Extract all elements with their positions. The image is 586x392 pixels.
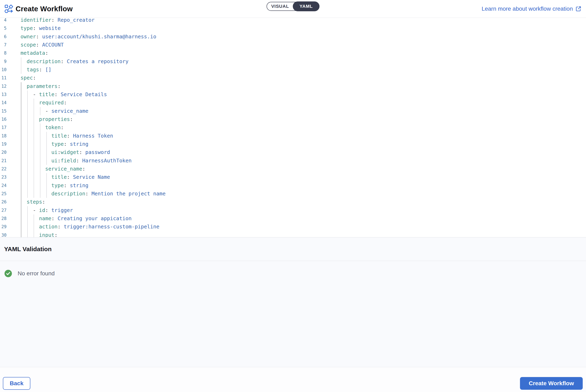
code-line[interactable]: 21 ui:field: HarnessAuthToken [0,157,586,165]
code-line[interactable]: 16 properties: [0,115,586,124]
workflow-icon [4,4,14,14]
code-text: title: Harness Token [0,132,113,140]
code-text: type: website [0,24,61,32]
code-text: required: [0,98,67,107]
external-link-icon [575,6,582,12]
create-workflow-button[interactable]: Create Workflow [520,377,583,390]
code-text: description: Creates a repository [0,58,128,66]
code-text: action: trigger:harness-custom-pipeline [0,223,159,231]
validation-titlebar: YAML Validation [0,238,586,261]
code-text: service_name: [0,165,85,173]
code-line[interactable]: 4identifier: Repo_creator [0,18,586,24]
code-text: identifier: Repo_creator [0,18,94,24]
code-text: token: [0,124,64,132]
code-line[interactable]: 22 service_name: [0,165,586,173]
code-line[interactable]: 17 token: [0,124,586,132]
visual-yaml-toggle: VISUAL YAML [266,2,320,11]
code-text: parameters: [0,82,61,90]
success-check-icon [4,270,12,277]
code-line[interactable]: 7scope: ACCOUNT [0,41,586,49]
code-text: ui:widget: password [0,148,110,156]
code-line[interactable]: 5type: website [0,24,586,32]
code-text: properties: [0,115,73,124]
code-line[interactable]: 14 required: [0,98,586,107]
code-line[interactable]: 20 ui:widget: password [0,148,586,156]
code-text: - service_name [0,107,88,115]
code-text: type: string [0,182,88,190]
code-line[interactable]: 27 - id: trigger [0,206,586,214]
code-text: - title: Service Details [0,90,107,98]
page-header: Create Workflow VISUAL YAML Learn more a… [0,0,586,18]
learn-more-link[interactable]: Learn more about workflow creation [482,0,582,18]
code-line[interactable]: 26 steps: [0,198,586,206]
code-line[interactable]: 15 - service_name [0,107,586,115]
code-line[interactable]: 11spec: [0,74,586,82]
code-text: tags: [] [0,66,52,74]
code-line[interactable]: 8metadata: [0,49,586,57]
code-line[interactable]: 9 description: Creates a repository [0,58,586,66]
footer-bar: Back Create Workflow [0,367,586,392]
yaml-editor-lines: 4identifier: Repo_creator5type: website6… [0,18,586,237]
page-title: Create Workflow [16,0,73,18]
learn-more-label: Learn more about workflow creation [482,6,573,12]
code-text: ui:field: HarnessAuthToken [0,157,132,165]
validation-message: No error found [18,270,55,277]
code-line[interactable]: 12 parameters: [0,82,586,90]
code-text: - id: trigger [0,206,73,214]
code-text: scope: ACCOUNT [0,41,64,49]
code-line[interactable]: 28 name: Creating your appication [0,214,586,223]
code-line[interactable]: 13 - title: Service Details [0,90,586,98]
code-line[interactable]: 25 description: Mention the project name [0,190,586,198]
code-line[interactable]: 30 input: [0,231,586,237]
code-text: input: [0,231,58,237]
code-text: type: string [0,140,88,148]
code-text: owner: user:account/khushi.sharma@harnes… [0,32,156,41]
code-line[interactable]: 23 title: Service Name [0,173,586,181]
toggle-visual[interactable]: VISUAL [267,2,293,10]
code-line[interactable]: 10 tags: [] [0,66,586,74]
toggle-yaml[interactable]: YAML [293,2,320,11]
code-line[interactable]: 6owner: user:account/khushi.sharma@harne… [0,32,586,41]
yaml-editor[interactable]: 4identifier: Repo_creator5type: website6… [0,18,586,237]
validation-title: YAML Validation [4,246,52,252]
code-text: title: Service Name [0,173,110,181]
code-line[interactable]: 24 type: string [0,182,586,190]
code-text: spec: [0,74,36,82]
code-line[interactable]: 29 action: trigger:harness-custom-pipeli… [0,223,586,231]
code-text: description: Mention the project name [0,190,166,198]
code-text: name: Creating your appication [0,214,132,223]
code-text: steps: [0,198,45,206]
yaml-validation-panel: YAML Validation No error found Making ch… [0,237,586,367]
code-line[interactable]: 19 type: string [0,140,586,148]
validation-status-row: No error found [0,270,55,277]
back-button[interactable]: Back [3,377,30,390]
code-line[interactable]: 18 title: Harness Token [0,132,586,140]
code-text: metadata: [0,49,48,57]
